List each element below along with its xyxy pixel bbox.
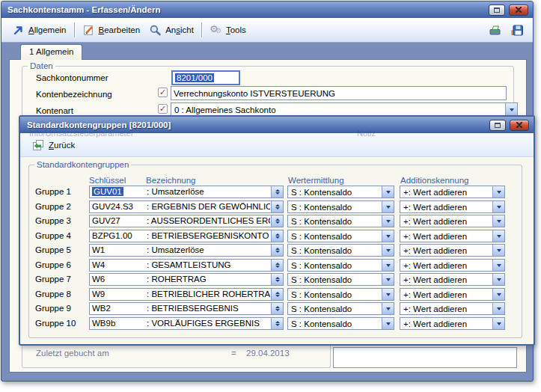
dropdown-arrow-button[interactable]: [382, 303, 394, 314]
save-icon[interactable]: [511, 24, 524, 37]
dropdown-arrow-button[interactable]: [382, 230, 394, 242]
additionskennung-select[interactable]: +: Wert addieren: [400, 186, 505, 198]
menu-bearbeiten[interactable]: Bearbeiten: [78, 22, 145, 39]
chevron-down-icon: [386, 307, 391, 313]
additionskennung-select[interactable]: +: Wert addieren: [400, 317, 505, 330]
wertermittlung-select[interactable]: S : Kontensaldo: [287, 259, 394, 272]
dropdown-arrow-button[interactable]: [492, 230, 504, 242]
dropdown-arrow-button[interactable]: [492, 215, 504, 227]
chevron-down-icon: [386, 293, 391, 298]
key-input[interactable]: WB2 : BETRIEBSERGEBNIS: [89, 302, 284, 315]
zuletzt-gebucht-value: 29.04.2013: [246, 349, 290, 358]
table-row: Gruppe 7 W6 : ROHERTRAG S : Kontensaldo …: [20, 273, 534, 286]
wertermittlung-select[interactable]: S : Kontensaldo: [287, 302, 394, 315]
dialog-close-button[interactable]: [510, 120, 529, 131]
menu-tools[interactable]: ⚙⚙ Tools: [205, 22, 251, 39]
dropdown-arrow-button[interactable]: [492, 245, 504, 256]
dropdown-arrow-button[interactable]: [492, 318, 504, 329]
additionskennung-select[interactable]: +: Wert addieren: [400, 259, 505, 272]
key-input[interactable]: W9 : BETRIEBLICHER ROHERTRAG: [89, 288, 284, 301]
dropdown-arrow-button[interactable]: [492, 201, 504, 212]
standardkontengruppen-dialog: Standardkontengruppen [8201/000] Info/Um…: [19, 115, 535, 346]
additionskennung-select[interactable]: +: Wert addieren: [400, 244, 505, 257]
dropdown-arrow-button[interactable]: [492, 186, 504, 197]
select-value: +: Wert addieren: [403, 232, 492, 241]
wertermittlung-select[interactable]: S : Kontensaldo: [287, 273, 394, 286]
wertermittlung-select[interactable]: S : Kontensaldo: [287, 200, 394, 213]
spinner-button[interactable]: [271, 230, 283, 242]
key-input[interactable]: W6 : ROHERTRAG: [89, 273, 284, 286]
spinner-up-icon: [275, 275, 280, 279]
close-button[interactable]: [509, 4, 528, 16]
dropdown-arrow-button[interactable]: [492, 289, 504, 300]
key-input[interactable]: GUV24.S3 : ERGEBNIS DER GEWÖHNLICHEN GES: [89, 200, 284, 213]
close-icon: [515, 7, 522, 13]
notiz-legend-faint: Notiz: [357, 129, 376, 138]
table-row: Gruppe 5 W1 : Umsatzerlöse S : Kontensal…: [20, 244, 534, 257]
table-row: Gruppe 1 GUV01 : Umsatzerlöse S : Konten…: [20, 186, 534, 198]
additionskennung-select[interactable]: +: Wert addieren: [400, 215, 505, 227]
zurueck-button[interactable]: Zurück: [28, 138, 79, 153]
kontenbezeichnung-input[interactable]: Verrechnungskonto ISTVERSTEUERUNG: [171, 86, 507, 100]
key-input[interactable]: W1 : Umsatzerlöse: [89, 244, 284, 257]
check-icon[interactable]: ✓: [158, 104, 168, 114]
spinner-button[interactable]: [271, 303, 283, 314]
dropdown-arrow-button[interactable]: [492, 260, 504, 271]
window-title: Sachkontenstamm - Erfassen/Ändern: [7, 5, 489, 14]
wertermittlung-select[interactable]: S : Kontensaldo: [287, 244, 394, 257]
restore-button[interactable]: [489, 4, 505, 16]
spinner-button[interactable]: [271, 318, 283, 329]
check-icon[interactable]: ✓: [158, 88, 168, 97]
sachkontonummer-input[interactable]: 8201/000: [171, 70, 240, 85]
group-label: Gruppe 6: [35, 260, 71, 269]
spinner-button[interactable]: [271, 186, 283, 197]
group-label: Gruppe 4: [35, 231, 71, 240]
key-input[interactable]: GUV01 : Umsatzerlöse: [89, 186, 284, 198]
dropdown-arrow-button[interactable]: [382, 201, 394, 212]
menu-allgemein[interactable]: Allgemein: [7, 22, 71, 39]
dropdown-arrow-button[interactable]: [382, 215, 394, 227]
dropdown-arrow-button[interactable]: [492, 303, 504, 314]
dialog-restore-button[interactable]: [489, 120, 506, 131]
spinner-button[interactable]: [271, 201, 283, 212]
dropdown-arrow-button[interactable]: [382, 260, 394, 271]
key-input[interactable]: GUV27 : AUSSERORDENTLICHES ERGEBNIS: [89, 215, 284, 227]
dropdown-arrow-button[interactable]: [382, 318, 394, 329]
additionskennung-select[interactable]: +: Wert addieren: [400, 273, 505, 286]
spinner-button[interactable]: [271, 215, 283, 227]
close-icon: [516, 122, 523, 128]
restore-icon: [494, 7, 500, 13]
dropdown-arrow-button[interactable]: [492, 274, 504, 285]
wertermittlung-select[interactable]: S : Kontensaldo: [287, 230, 394, 242]
wertermittlung-select[interactable]: S : Kontensaldo: [287, 288, 394, 301]
spinner-down-icon: [275, 221, 280, 226]
notiz-textarea[interactable]: [333, 347, 517, 368]
chevron-down-icon: [510, 108, 514, 114]
dropdown-arrow-button[interactable]: [382, 186, 394, 197]
dropdown-arrow-button[interactable]: [382, 289, 394, 300]
key-description: : Umsatzerlöse: [147, 187, 270, 196]
printer-icon[interactable]: [489, 24, 501, 37]
additionskennung-select[interactable]: +: Wert addieren: [400, 230, 505, 242]
wertermittlung-select[interactable]: S : Kontensaldo: [287, 186, 394, 198]
dropdown-arrow-button[interactable]: [505, 103, 517, 116]
spinner-button[interactable]: [271, 260, 283, 271]
key-input[interactable]: W4 : GESAMTLEISTUNG: [89, 259, 284, 272]
spinner-button[interactable]: [271, 289, 283, 300]
key-input[interactable]: WB9b : VORLÄUFIGES ERGEBNIS: [89, 317, 284, 330]
dropdown-arrow-button[interactable]: [382, 274, 394, 285]
key-input[interactable]: BZPG1.00 : BETRIEBSERGEBNISKONTO: [89, 230, 284, 242]
wertermittlung-select[interactable]: S : Kontensaldo: [287, 215, 394, 227]
select-value: +: Wert addieren: [403, 319, 492, 328]
additionskennung-select[interactable]: +: Wert addieren: [400, 302, 505, 315]
tab-allgemein[interactable]: 1 Allgemein: [20, 44, 82, 60]
dropdown-arrow-button[interactable]: [382, 245, 394, 256]
wertermittlung-select[interactable]: S : Kontensaldo: [287, 317, 394, 330]
menu-ansicht[interactable]: Ansicht: [144, 22, 198, 39]
chevron-down-icon: [386, 191, 391, 196]
spinner-button[interactable]: [271, 245, 283, 256]
spinner-button[interactable]: [271, 274, 283, 285]
additionskennung-select[interactable]: +: Wert addieren: [400, 288, 505, 301]
additionskennung-select[interactable]: +: Wert addieren: [400, 200, 505, 213]
spinner-up-icon: [275, 319, 280, 323]
